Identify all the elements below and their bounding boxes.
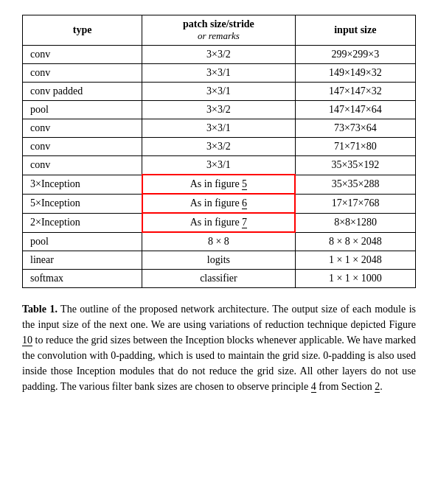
cell-type: 3×Inception [23,175,142,194]
cell-patch: As in figure 7 [142,213,295,232]
col-patch-header: patch size/stride or remarks [142,15,295,46]
cell-input: 35×35×288 [295,175,415,194]
col-input-header: input size [295,15,415,46]
cell-type: conv [23,46,142,64]
table-caption: Table 1. The outline of the proposed net… [22,301,416,394]
table-row: linearlogits1 × 1 × 2048 [23,251,416,270]
table-row: conv3×3/135×35×192 [23,156,416,175]
cell-input: 147×147×32 [295,83,415,101]
cell-type: conv [23,119,142,138]
cell-input: 147×147×64 [295,101,415,119]
caption-text4: . [380,381,383,392]
patch-header-sub: or remarks [198,30,240,41]
cell-input: 71×71×80 [295,138,415,156]
cell-input: 1 × 1 × 1000 [295,270,415,288]
cell-input: 17×17×768 [295,194,415,213]
cell-type: softmax [23,270,142,288]
col-type-header: type [23,15,142,46]
table-row: conv3×3/173×73×64 [23,119,416,138]
figure-link[interactable]: 7 [242,217,247,228]
caption-text3: from Section [316,381,375,392]
table-row: 5×InceptionAs in figure 617×17×768 [23,194,416,213]
caption-label: Table 1. [22,304,58,315]
table-row: conv padded3×3/1147×147×32 [23,83,416,101]
cell-patch: 3×3/1 [142,156,295,175]
table-row: 3×InceptionAs in figure 535×35×288 [23,175,416,194]
table-row: softmaxclassifier1 × 1 × 1000 [23,270,416,288]
caption-text1: The outline of the proposed network arch… [22,304,416,330]
cell-input: 1 × 1 × 2048 [295,251,415,270]
cell-patch: As in figure 6 [142,194,295,213]
table-row: pool3×3/2147×147×64 [23,101,416,119]
cell-patch: As in figure 5 [142,175,295,194]
table-row: 2×InceptionAs in figure 78×8×1280 [23,213,416,232]
cell-input: 299×299×3 [295,46,415,64]
figure-link[interactable]: 5 [242,178,247,190]
cell-type: 5×Inception [23,194,142,213]
table-row: conv3×3/271×71×80 [23,138,416,156]
cell-type: pool [23,101,142,119]
cell-input: 149×149×32 [295,64,415,83]
table-row: conv3×3/1149×149×32 [23,64,416,83]
figure-link[interactable]: 6 [242,197,247,209]
patch-header-main: patch size/stride [183,18,254,29]
cell-patch: 3×3/1 [142,119,295,138]
cell-type: conv [23,138,142,156]
cell-type: pool [23,232,142,251]
cell-type: conv [23,156,142,175]
table-row: pool8 × 88 × 8 × 2048 [23,232,416,251]
cell-patch: classifier [142,270,295,288]
caption-link1[interactable]: 10 [22,335,32,346]
cell-patch: 3×3/2 [142,138,295,156]
cell-input: 8 × 8 × 2048 [295,232,415,251]
cell-patch: logits [142,251,295,270]
caption-link2[interactable]: 4 [311,381,316,393]
cell-input: 8×8×1280 [295,213,415,232]
cell-type: 2×Inception [23,213,142,232]
cell-type: linear [23,251,142,270]
cell-type: conv padded [23,83,142,101]
cell-patch: 3×3/2 [142,101,295,119]
cell-patch: 3×3/1 [142,64,295,83]
cell-input: 73×73×64 [295,119,415,138]
cell-patch: 3×3/2 [142,46,295,64]
table-row: conv3×3/2299×299×3 [23,46,416,64]
cell-type: conv [23,64,142,83]
cell-input: 35×35×192 [295,156,415,175]
cell-patch: 3×3/1 [142,83,295,101]
architecture-table: type patch size/stride or remarks input … [22,15,416,288]
cell-patch: 8 × 8 [142,232,295,251]
